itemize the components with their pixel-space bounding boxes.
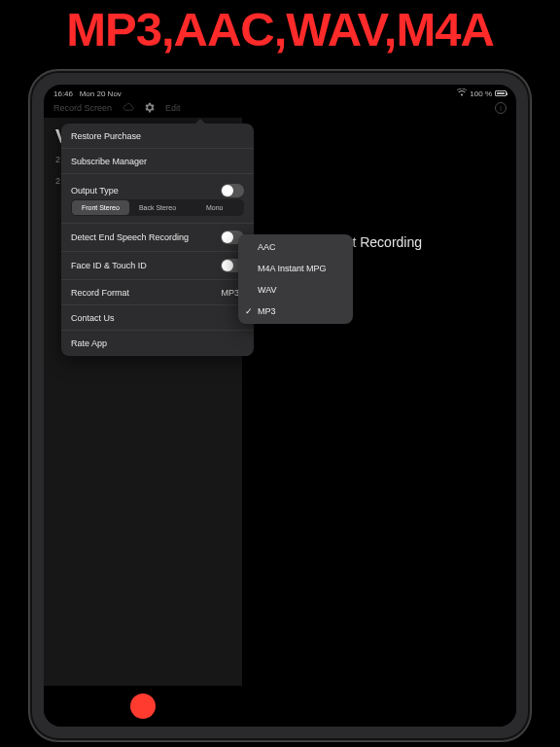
settings-gear-icon[interactable] — [143, 101, 156, 116]
menu-output-type: Output Type — [61, 174, 254, 199]
tab-edit[interactable]: Edit — [165, 103, 181, 113]
main-pane: tart Recording — [242, 118, 516, 727]
menu-subscribe-manager[interactable]: Subscribe Manager — [61, 149, 254, 174]
segment-back-stereo[interactable]: Back Stereo — [129, 200, 187, 215]
segment-front-stereo[interactable]: Front Stereo — [72, 200, 129, 215]
menu-label: Contact Us — [71, 313, 115, 323]
segment-mono[interactable]: Mono — [186, 200, 243, 215]
list-item-num: 2 — [55, 176, 60, 186]
record-format-dropdown: AAC M4A Instant MPG WAV MP3 — [238, 234, 353, 324]
menu-label: Record Format — [71, 288, 129, 298]
output-type-segmented: Front Stereo Back Stereo Mono — [71, 199, 244, 216]
menu-label: Subscribe Manager — [71, 157, 147, 166]
status-bar: 16:46 Mon 20 Nov 100 % — [44, 85, 516, 98]
value-text: MP3 — [221, 288, 239, 298]
menu-detect-end-speech: Detect End Speech Recording — [61, 224, 254, 252]
cloud-icon[interactable] — [122, 102, 133, 114]
format-option-m4a[interactable]: M4A Instant MPG — [238, 258, 353, 279]
battery-icon — [495, 90, 507, 96]
format-option-wav[interactable]: WAV — [238, 279, 353, 301]
status-left: 16:46 Mon 20 Nov — [53, 89, 122, 98]
menu-label: Face ID & Touch ID — [71, 261, 147, 270]
menu-label: Rate App — [71, 338, 107, 348]
list-item-num: 2 — [55, 155, 60, 164]
tab-record-screen[interactable]: Record Screen — [53, 103, 112, 113]
menu-label: Detect End Speech Recording — [71, 232, 189, 242]
menu-face-touch-id: Face ID & Touch ID — [61, 252, 254, 280]
status-date: Mon 20 Nov — [80, 89, 122, 98]
format-option-aac[interactable]: AAC — [238, 236, 353, 258]
wifi-icon — [457, 89, 467, 98]
record-bar — [44, 686, 242, 727]
output-type-toggle[interactable] — [221, 184, 244, 197]
menu-record-format[interactable]: Record Format MP3 ▴▾ — [61, 280, 254, 305]
menu-restore-purchase[interactable]: Restore Purchase — [61, 124, 254, 149]
ipad-screen: 16:46 Mon 20 Nov 100 % Record Screen Edi… — [44, 85, 516, 727]
battery-pct: 100 % — [470, 89, 492, 98]
info-icon[interactable]: i — [495, 102, 507, 114]
menu-contact-us[interactable]: Contact Us — [61, 305, 254, 331]
menu-label: Output Type — [71, 186, 119, 196]
status-time: 16:46 — [53, 89, 73, 98]
settings-popover: Restore Purchase Subscribe Manager Outpu… — [61, 124, 254, 356]
top-tabs: Record Screen Edit i — [44, 98, 516, 118]
ipad-frame: 16:46 Mon 20 Nov 100 % Record Screen Edi… — [29, 70, 531, 741]
menu-label: Restore Purchase — [71, 131, 141, 141]
record-button[interactable] — [130, 694, 156, 719]
promo-headline: MP3,AAC,WAV,M4A — [0, 0, 560, 55]
menu-rate-app[interactable]: Rate App — [61, 331, 254, 356]
status-right: 100 % — [457, 89, 507, 98]
format-option-mp3[interactable]: MP3 — [238, 301, 353, 322]
